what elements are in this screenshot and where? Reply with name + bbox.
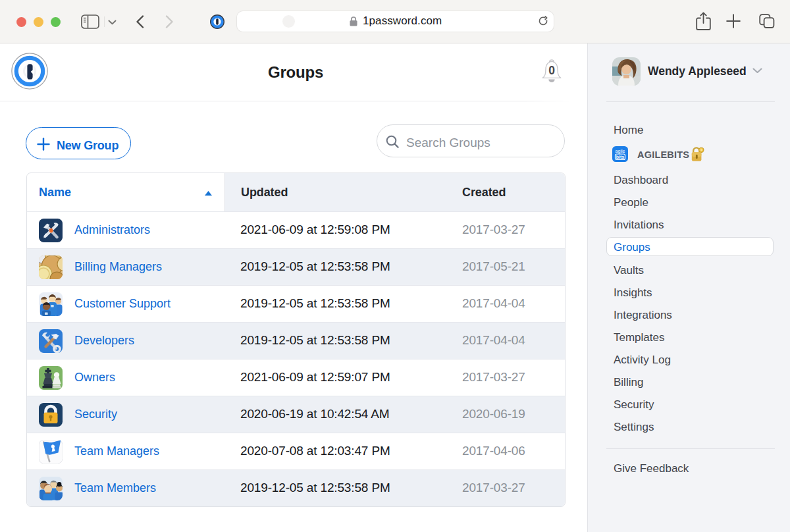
svg-text:bits: bits — [616, 155, 625, 159]
svg-text:agile: agile — [616, 149, 625, 154]
svg-text:0: 0 — [548, 64, 555, 77]
